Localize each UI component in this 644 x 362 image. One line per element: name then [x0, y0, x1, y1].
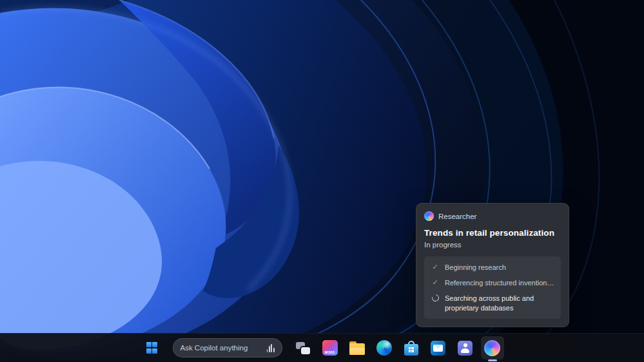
teams-icon: [458, 341, 473, 356]
research-status: In progress: [424, 241, 561, 249]
researcher-app-label: Researcher: [438, 213, 476, 220]
store-bag-icon: [404, 341, 418, 356]
step-label: Beginning research: [445, 263, 506, 272]
step-label: Referencing structured invention d…: [445, 278, 554, 288]
copilot-icon: [424, 211, 434, 221]
research-step-current: Searching across public and proprietary …: [431, 294, 554, 313]
taskbar: Ask Copilot anything M365: [0, 333, 644, 362]
outlook-button[interactable]: [427, 336, 450, 359]
edge-button[interactable]: [373, 336, 396, 359]
outlook-icon: [431, 341, 445, 356]
research-title: Trends in retail personalization: [424, 228, 561, 238]
copilot-app-icon: [484, 340, 500, 356]
copilot-active-indicator: [488, 359, 497, 361]
teams-button[interactable]: [454, 336, 477, 359]
edge-icon: [376, 340, 392, 356]
voice-waveform-icon: [267, 344, 275, 352]
microsoft-365-icon: M365: [322, 340, 338, 356]
microsoft-store-button[interactable]: [400, 336, 423, 359]
task-view-button[interactable]: [291, 336, 315, 359]
search-placeholder: Ask Copilot anything: [181, 344, 248, 352]
copilot-button[interactable]: [481, 336, 504, 359]
taskbar-search[interactable]: Ask Copilot anything: [173, 338, 282, 357]
check-icon: ✓: [431, 278, 440, 287]
progress-spinner-icon: [431, 294, 440, 301]
research-steps-panel: ✓ Beginning research ✓ Referencing struc…: [424, 256, 561, 319]
windows-logo-icon: [146, 342, 158, 354]
desktop: Researcher Trends in retail personalizat…: [0, 0, 644, 362]
folder-icon: [349, 343, 365, 355]
m365-badge: M365: [325, 350, 335, 356]
file-explorer-button[interactable]: [346, 336, 369, 359]
researcher-card-header: Researcher: [424, 211, 561, 221]
research-step-done: ✓ Referencing structured invention d…: [431, 278, 554, 288]
microsoft-365-button[interactable]: M365: [318, 336, 342, 359]
researcher-card[interactable]: Researcher Trends in retail personalizat…: [416, 203, 569, 327]
taskbar-center-group: Ask Copilot anything M365: [141, 336, 504, 359]
check-icon: ✓: [431, 263, 440, 271]
start-button[interactable]: [141, 336, 164, 359]
research-step-done: ✓ Beginning research: [431, 263, 554, 272]
task-view-icon: [296, 342, 310, 354]
step-label: Searching across public and proprietary …: [445, 294, 554, 313]
